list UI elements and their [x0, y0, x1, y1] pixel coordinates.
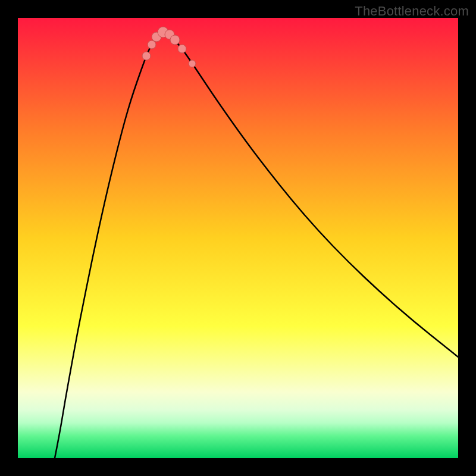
plot-area [18, 18, 458, 458]
watermark-text: TheBottleneck.com [355, 4, 469, 19]
data-point [142, 52, 151, 60]
chart-frame: TheBottleneck.com [0, 0, 476, 476]
chart-svg [18, 18, 458, 458]
data-point [189, 60, 196, 67]
data-point [170, 35, 180, 45]
data-point [148, 40, 156, 49]
data-point [178, 45, 186, 53]
gradient-background [18, 18, 458, 458]
